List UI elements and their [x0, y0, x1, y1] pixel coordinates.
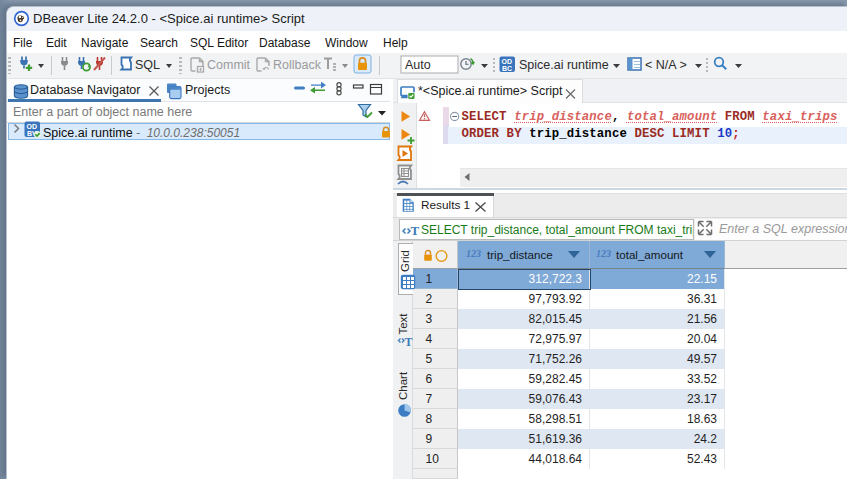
svg-text:T: T — [411, 223, 420, 238]
svg-text:BC: BC — [502, 65, 512, 72]
svg-text:OD: OD — [502, 58, 512, 65]
svg-text:OD: OD — [27, 123, 37, 130]
svg-text:T: T — [405, 335, 413, 349]
